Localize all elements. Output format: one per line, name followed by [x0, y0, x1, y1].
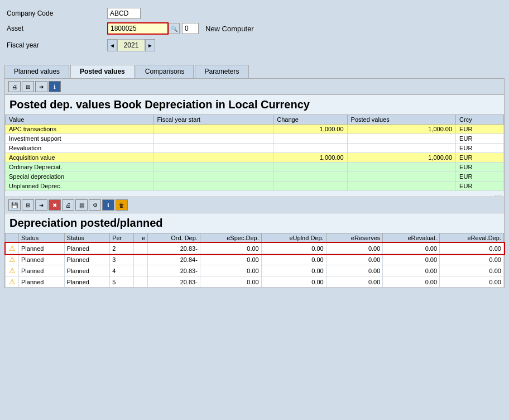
toolbar-table-btn[interactable]: ⊞	[22, 81, 34, 92]
fiscal-year-input[interactable]	[117, 39, 145, 51]
cell-warning-icon: ⚠	[6, 276, 19, 288]
col-uplnd-dep: eUplnd Dep.	[261, 233, 326, 243]
section1-table-row: Revaluation EUR	[6, 144, 504, 153]
cell-ord-dep: 20.83-	[148, 243, 200, 254]
cell-e	[134, 265, 148, 276]
cell-ord-dep: 20.83-	[148, 265, 200, 276]
cell-revaluat: 0.00	[383, 276, 440, 288]
cell-status1: Planned	[19, 254, 65, 265]
cell-fy-start	[153, 125, 273, 134]
cell-posted	[347, 172, 456, 182]
cell-warning-icon: ⚠	[6, 265, 19, 276]
cell-status2: Planned	[64, 265, 110, 276]
toolbar2-info-btn[interactable]: ℹ	[102, 199, 114, 211]
asset-input[interactable]	[107, 22, 169, 35]
section2-table: Status Status Per e Ord. Dep. eSpec.Dep.…	[5, 233, 504, 288]
cell-warning-icon: ⚠	[6, 243, 19, 254]
cell-revaluat: 0.00	[383, 265, 440, 276]
asset-row: Asset 🔍 New Computer	[7, 22, 502, 35]
cell-ord-dep: 20.83-	[148, 276, 200, 288]
cell-fy-start	[153, 163, 273, 172]
cell-value: Acquisition value	[6, 153, 154, 163]
col-fy-start: Fiscal year start	[153, 115, 273, 125]
cell-fy-start	[153, 172, 273, 182]
cell-spec-dep: 0.00	[200, 254, 261, 265]
cell-reval-dep: 0.00	[440, 265, 504, 276]
toolbar2-table-btn[interactable]: ⊞	[22, 199, 34, 211]
cell-posted: 1,000.00	[347, 153, 456, 163]
toolbar-print-btn[interactable]: 🖨	[8, 81, 21, 92]
fiscal-year-next-button[interactable]: ►	[145, 39, 155, 51]
cell-reval-dep: 0.00	[440, 276, 504, 288]
cell-crcy: EUR	[456, 125, 504, 134]
cell-per: 4	[110, 265, 134, 276]
tab-parameters[interactable]: Parameters	[195, 65, 248, 78]
col-spec-dep: eSpec.Dep.	[200, 233, 261, 243]
col-reserves: eReserves	[326, 233, 383, 243]
toolbar-export-btn[interactable]: ➜	[35, 81, 47, 92]
col-value: Value	[6, 115, 154, 125]
cell-uplnd-dep: 0.00	[261, 243, 326, 254]
cell-status1: Planned	[19, 265, 65, 276]
cell-fy-start	[153, 153, 273, 163]
company-code-label: Company Code	[7, 9, 107, 17]
cell-value: Investment support	[6, 134, 154, 144]
col-e: e	[134, 233, 148, 243]
toolbar-info-btn[interactable]: ℹ	[49, 81, 61, 92]
toolbar2-settings-btn[interactable]: ⚙	[89, 199, 101, 211]
cell-reserves: 0.00	[326, 276, 383, 288]
cell-fy-start	[153, 134, 273, 144]
company-code-input[interactable]	[107, 8, 141, 19]
toolbar2-export-btn[interactable]: ➜	[35, 199, 47, 211]
tab-posted-values[interactable]: Posted values	[70, 65, 135, 78]
toolbar2-delete-btn[interactable]: ✖	[49, 199, 61, 211]
tab-planned-values[interactable]: Planned values	[4, 65, 69, 78]
cell-revaluat: 0.00	[383, 243, 440, 254]
cell-status2: Planned	[64, 254, 110, 265]
section2-table-row: ⚠ Planned Planned 4 20.83- 0.00 0.00 0.0…	[6, 265, 504, 276]
toolbar2-trash-btn[interactable]: 🗑	[116, 199, 128, 211]
section2-title: Depreciation posted/planned	[5, 213, 504, 233]
cell-posted	[347, 134, 456, 144]
toolbar2-columns-btn[interactable]: ▤	[75, 199, 88, 211]
cell-crcy: EUR	[456, 134, 504, 144]
section2-toolbar: 💾 ⊞ ➜ ✖ 🖨 ▤ ⚙ ℹ 🗑	[5, 197, 504, 213]
col-ord-dep: Ord. Dep.	[148, 233, 200, 243]
section1-table: Value Fiscal year start Change Posted va…	[5, 114, 504, 191]
asset-search-button[interactable]: 🔍	[169, 23, 180, 34]
section1-title: Posted dep. values Book Depreciation in …	[5, 95, 504, 114]
cell-crcy: EUR	[456, 144, 504, 153]
cell-revaluat: 0.00	[383, 254, 440, 265]
cell-per: 3	[110, 254, 134, 265]
fiscal-year-label: Fiscal year	[7, 41, 107, 49]
tabs-container: Planned values Posted values Comparisons…	[4, 65, 505, 78]
cell-reval-dep: 0.00	[440, 254, 504, 265]
section1-table-row: APC transactions 1,000.00 1,000.00 EUR	[6, 125, 504, 134]
tab-comparisons[interactable]: Comparisons	[136, 65, 194, 78]
section2-table-row: ⚠ Planned Planned 2 20.83- 0.00 0.00 0.0…	[6, 243, 504, 254]
asset-label: Asset	[7, 25, 107, 32]
cell-spec-dep: 0.00	[200, 243, 261, 254]
section1-table-row: Unplanned Deprec. EUR	[6, 182, 504, 191]
cell-fy-start	[153, 182, 273, 191]
cell-spec-dep: 0.00	[200, 265, 261, 276]
cell-change	[273, 172, 347, 182]
cell-status1: Planned	[19, 276, 65, 288]
asset-sub-input[interactable]	[182, 23, 199, 34]
section1-table-row: Acquisition value 1,000.00 1,000.00 EUR	[6, 153, 504, 163]
cell-crcy: EUR	[456, 163, 504, 172]
cell-per: 2	[110, 243, 134, 254]
cell-posted: 1,000.00	[347, 125, 456, 134]
cell-change	[273, 144, 347, 153]
asset-description: New Computer	[205, 25, 254, 33]
form-section: Company Code Asset 🔍 New Computer Fiscal…	[4, 4, 505, 59]
cell-value: Special depreciation	[6, 172, 154, 182]
section1-toolbar: 🖨 ⊞ ➜ ℹ	[5, 79, 504, 95]
cell-reserves: 0.00	[326, 265, 383, 276]
toolbar2-printer-btn[interactable]: 🖨	[62, 199, 74, 211]
cell-uplnd-dep: 0.00	[261, 265, 326, 276]
toolbar2-save-btn[interactable]: 💾	[8, 199, 21, 211]
fiscal-year-prev-button[interactable]: ◄	[107, 39, 117, 51]
cell-uplnd-dep: 0.00	[261, 254, 326, 265]
col-status1: Status	[19, 233, 65, 243]
